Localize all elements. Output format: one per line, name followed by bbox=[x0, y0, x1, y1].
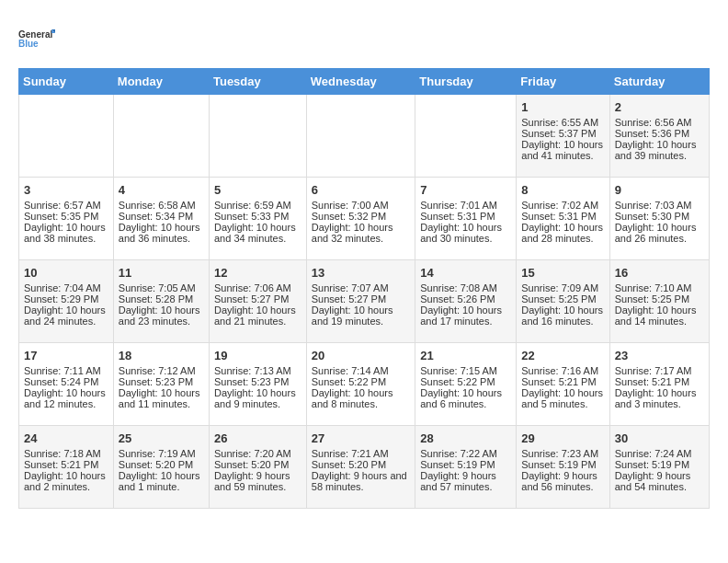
day-info: Daylight: 10 hours and 1 minute. bbox=[119, 470, 204, 492]
day-info: Sunrise: 7:00 AM bbox=[312, 200, 410, 211]
day-info: Sunset: 5:23 PM bbox=[119, 376, 204, 387]
day-number: 3 bbox=[24, 183, 108, 197]
day-number: 4 bbox=[119, 183, 204, 197]
day-info: Sunset: 5:29 PM bbox=[24, 293, 108, 304]
day-info: Sunset: 5:26 PM bbox=[420, 293, 511, 304]
day-info: Sunset: 5:19 PM bbox=[420, 459, 511, 470]
col-header-tuesday: Tuesday bbox=[209, 69, 306, 95]
day-info: Sunset: 5:20 PM bbox=[214, 459, 301, 470]
calendar-cell: 28Sunrise: 7:22 AMSunset: 5:19 PMDayligh… bbox=[415, 426, 517, 509]
calendar-cell: 19Sunrise: 7:13 AMSunset: 5:23 PMDayligh… bbox=[209, 343, 306, 426]
day-info: Daylight: 10 hours and 23 minutes. bbox=[119, 304, 204, 327]
day-info: Daylight: 10 hours and 38 minutes. bbox=[24, 222, 108, 244]
day-info: Sunrise: 7:15 AM bbox=[420, 365, 511, 376]
day-number: 22 bbox=[521, 349, 604, 362]
calendar-cell: 20Sunrise: 7:14 AMSunset: 5:22 PMDayligh… bbox=[306, 343, 415, 426]
day-info: Sunset: 5:19 PM bbox=[615, 459, 704, 470]
col-header-thursday: Thursday bbox=[415, 69, 517, 95]
day-info: Daylight: 10 hours and 21 minutes. bbox=[214, 304, 301, 327]
day-number: 8 bbox=[521, 183, 604, 197]
calendar-cell: 14Sunrise: 7:08 AMSunset: 5:26 PMDayligh… bbox=[415, 260, 517, 343]
day-info: Sunrise: 7:10 AM bbox=[615, 282, 704, 293]
day-info: Sunrise: 7:22 AM bbox=[420, 448, 511, 459]
day-info: Sunrise: 7:03 AM bbox=[615, 200, 704, 211]
day-info: Sunrise: 7:14 AM bbox=[312, 365, 410, 376]
day-number: 12 bbox=[214, 266, 301, 280]
day-info: Sunset: 5:23 PM bbox=[214, 376, 301, 387]
calendar-cell: 4Sunrise: 6:58 AMSunset: 5:34 PMDaylight… bbox=[113, 178, 209, 260]
day-info: Daylight: 10 hours and 36 minutes. bbox=[119, 222, 204, 244]
calendar-cell: 12Sunrise: 7:06 AMSunset: 5:27 PMDayligh… bbox=[209, 260, 306, 343]
day-info: Daylight: 10 hours and 28 minutes. bbox=[521, 222, 604, 244]
day-info: Sunrise: 6:55 AM bbox=[521, 117, 604, 128]
day-info: Daylight: 10 hours and 24 minutes. bbox=[24, 304, 108, 327]
day-info: Daylight: 10 hours and 26 minutes. bbox=[615, 222, 704, 244]
day-info: Daylight: 10 hours and 9 minutes. bbox=[214, 387, 301, 409]
col-header-saturday: Saturday bbox=[609, 69, 709, 95]
day-info: Sunset: 5:27 PM bbox=[214, 293, 301, 304]
calendar-cell: 27Sunrise: 7:21 AMSunset: 5:20 PMDayligh… bbox=[306, 426, 415, 509]
calendar-week-row: 1Sunrise: 6:55 AMSunset: 5:37 PMDaylight… bbox=[19, 95, 710, 178]
day-number: 18 bbox=[119, 349, 204, 362]
day-info: Sunset: 5:21 PM bbox=[521, 376, 604, 387]
day-info: Sunrise: 6:56 AM bbox=[615, 117, 704, 128]
day-info: Sunset: 5:31 PM bbox=[420, 211, 511, 222]
day-number: 29 bbox=[521, 431, 604, 445]
day-info: Sunset: 5:37 PM bbox=[521, 128, 604, 139]
day-info: Sunrise: 7:23 AM bbox=[521, 448, 604, 459]
calendar-cell: 18Sunrise: 7:12 AMSunset: 5:23 PMDayligh… bbox=[113, 343, 209, 426]
day-info: Daylight: 9 hours and 58 minutes. bbox=[312, 470, 410, 492]
calendar-cell: 17Sunrise: 7:11 AMSunset: 5:24 PMDayligh… bbox=[19, 343, 114, 426]
day-info: Sunrise: 6:58 AM bbox=[119, 200, 204, 211]
day-info: Daylight: 10 hours and 3 minutes. bbox=[615, 387, 704, 409]
day-info: Sunrise: 7:08 AM bbox=[420, 282, 511, 293]
day-info: Sunset: 5:22 PM bbox=[312, 376, 410, 387]
day-info: Daylight: 10 hours and 11 minutes. bbox=[119, 387, 204, 409]
svg-text:General: General bbox=[18, 29, 52, 40]
calendar-cell: 8Sunrise: 7:02 AMSunset: 5:31 PMDaylight… bbox=[517, 178, 609, 260]
calendar-cell: 10Sunrise: 7:04 AMSunset: 5:29 PMDayligh… bbox=[19, 260, 114, 343]
day-info: Sunrise: 7:02 AM bbox=[521, 200, 604, 211]
day-number: 16 bbox=[615, 266, 704, 280]
day-info: Sunrise: 7:13 AM bbox=[214, 365, 301, 376]
calendar-header-row: SundayMondayTuesdayWednesdayThursdayFrid… bbox=[19, 69, 710, 95]
calendar-cell: 21Sunrise: 7:15 AMSunset: 5:22 PMDayligh… bbox=[415, 343, 517, 426]
calendar-cell: 1Sunrise: 6:55 AMSunset: 5:37 PMDaylight… bbox=[517, 95, 609, 178]
day-number: 10 bbox=[24, 266, 108, 280]
day-number: 2 bbox=[615, 100, 704, 114]
day-number: 26 bbox=[214, 431, 301, 445]
day-info: Daylight: 10 hours and 32 minutes. bbox=[312, 222, 410, 244]
day-number: 30 bbox=[615, 431, 704, 445]
day-number: 19 bbox=[214, 349, 301, 362]
day-info: Sunset: 5:31 PM bbox=[521, 211, 604, 222]
day-number: 20 bbox=[312, 349, 410, 362]
day-number: 25 bbox=[119, 431, 204, 445]
day-info: Sunset: 5:32 PM bbox=[312, 211, 410, 222]
calendar-cell: 24Sunrise: 7:18 AMSunset: 5:21 PMDayligh… bbox=[19, 426, 114, 509]
calendar-cell: 29Sunrise: 7:23 AMSunset: 5:19 PMDayligh… bbox=[517, 426, 609, 509]
day-info: Sunrise: 7:05 AM bbox=[119, 282, 204, 293]
day-number: 21 bbox=[420, 349, 511, 362]
day-info: Daylight: 10 hours and 17 minutes. bbox=[420, 304, 511, 327]
day-number: 9 bbox=[615, 183, 704, 197]
day-info: Sunrise: 6:59 AM bbox=[214, 200, 301, 211]
calendar-cell: 13Sunrise: 7:07 AMSunset: 5:27 PMDayligh… bbox=[306, 260, 415, 343]
day-number: 24 bbox=[24, 431, 108, 445]
calendar-table: SundayMondayTuesdayWednesdayThursdayFrid… bbox=[18, 68, 710, 509]
day-number: 17 bbox=[24, 349, 108, 362]
logo: General Blue bbox=[18, 18, 55, 59]
calendar-cell: 2Sunrise: 6:56 AMSunset: 5:36 PMDaylight… bbox=[609, 95, 709, 178]
day-info: Sunset: 5:20 PM bbox=[312, 459, 410, 470]
day-info: Sunrise: 7:06 AM bbox=[214, 282, 301, 293]
calendar-cell: 25Sunrise: 7:19 AMSunset: 5:20 PMDayligh… bbox=[113, 426, 209, 509]
day-number: 23 bbox=[615, 349, 704, 362]
calendar-cell: 7Sunrise: 7:01 AMSunset: 5:31 PMDaylight… bbox=[415, 178, 517, 260]
day-info: Sunrise: 7:21 AM bbox=[312, 448, 410, 459]
day-info: Daylight: 10 hours and 16 minutes. bbox=[521, 304, 604, 327]
day-info: Sunset: 5:22 PM bbox=[420, 376, 511, 387]
calendar-cell bbox=[209, 95, 306, 178]
calendar-week-row: 17Sunrise: 7:11 AMSunset: 5:24 PMDayligh… bbox=[19, 343, 710, 426]
day-number: 11 bbox=[119, 266, 204, 280]
calendar-week-row: 3Sunrise: 6:57 AMSunset: 5:35 PMDaylight… bbox=[19, 178, 710, 260]
day-info: Sunset: 5:35 PM bbox=[24, 211, 108, 222]
